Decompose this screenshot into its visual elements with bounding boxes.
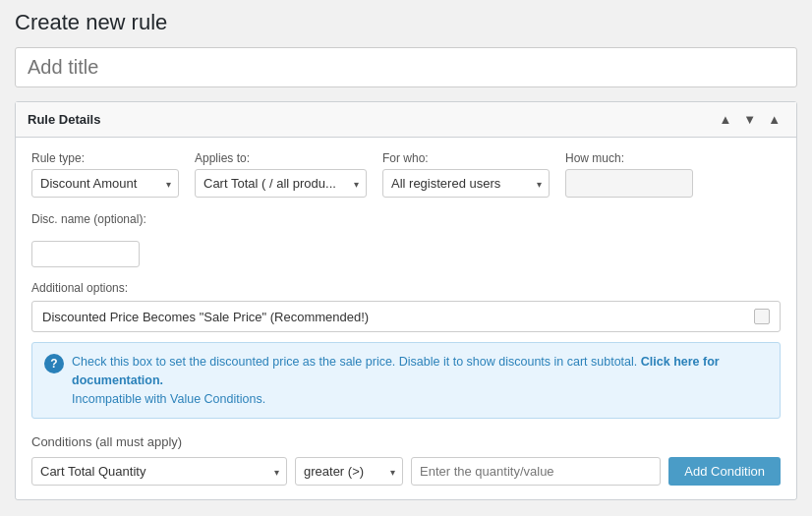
rule-details-card: Rule Details ▲ ▼ ▲ Rule type: Discount A… <box>15 101 797 500</box>
condition-type-select[interactable]: Cart Total Quantity Cart Subtotal User R… <box>31 457 287 486</box>
how-much-input[interactable] <box>565 169 693 198</box>
rule-type-select-wrapper: Discount Amount Percentage Discount Fixe… <box>31 169 179 198</box>
card-body: Rule type: Discount Amount Percentage Di… <box>16 138 796 499</box>
additional-options-label: Additional options: <box>31 281 781 295</box>
rule-title-input[interactable] <box>15 47 797 87</box>
rule-type-label: Rule type: <box>31 151 179 165</box>
info-text: Check this box to set the discounted pri… <box>72 353 768 408</box>
rule-type-select[interactable]: Discount Amount Percentage Discount Fixe… <box>31 169 179 198</box>
info-box: ? Check this box to set the discounted p… <box>31 342 781 419</box>
collapse-down-button[interactable]: ▼ <box>739 110 760 129</box>
disc-name-field: Disc. name (optional): <box>31 211 781 267</box>
applies-to-select-wrapper: Cart Total ( / all produ... Specific Pro… <box>195 169 367 198</box>
info-secondary-text: Incompatible with Value Conditions. <box>72 392 265 406</box>
page-title: Create new rule <box>15 10 797 35</box>
for-who-label: For who: <box>382 151 550 165</box>
disc-name-input[interactable] <box>31 241 140 267</box>
collapse-up-button[interactable]: ▲ <box>715 110 735 129</box>
card-header: Rule Details ▲ ▼ ▲ <box>16 102 796 138</box>
for-who-select[interactable]: All registered users Guest users All use… <box>382 169 550 198</box>
for-who-select-wrapper: All registered users Guest users All use… <box>382 169 550 198</box>
sale-price-checkbox[interactable] <box>754 309 770 324</box>
how-much-label: How much: <box>565 151 693 165</box>
operator-select[interactable]: greater (>) less (<) equal (=) greater o… <box>295 457 403 486</box>
how-much-group: How much: <box>565 151 693 198</box>
operator-select-wrapper: greater (>) less (<) equal (=) greater o… <box>295 457 403 486</box>
disc-name-label: Disc. name (optional): <box>31 212 146 226</box>
conditions-label: Conditions (all must apply) <box>31 434 781 449</box>
card-header-title: Rule Details <box>28 112 100 127</box>
condition-type-select-wrapper: Cart Total Quantity Cart Subtotal User R… <box>31 457 287 486</box>
collapse-button[interactable]: ▲ <box>764 110 784 129</box>
info-main-text: Check this box to set the discounted pri… <box>72 355 637 369</box>
rule-fields-row: Rule type: Discount Amount Percentage Di… <box>31 151 781 198</box>
rule-type-group: Rule type: Discount Amount Percentage Di… <box>31 151 179 198</box>
sale-price-label: Discounted Price Becomes "Sale Price" (R… <box>42 310 369 324</box>
add-condition-button[interactable]: Add Condition <box>668 457 781 486</box>
for-who-group: For who: All registered users Guest user… <box>382 151 550 198</box>
card-header-controls: ▲ ▼ ▲ <box>715 110 784 129</box>
sale-price-checkbox-row[interactable]: Discounted Price Becomes "Sale Price" (R… <box>31 301 781 332</box>
applies-to-select[interactable]: Cart Total ( / all produ... Specific Pro… <box>195 169 367 198</box>
info-icon: ? <box>44 354 64 373</box>
condition-value-input[interactable] <box>411 457 661 486</box>
conditions-row: Cart Total Quantity Cart Subtotal User R… <box>31 457 781 486</box>
applies-to-group: Applies to: Cart Total ( / all produ... … <box>195 151 367 198</box>
applies-to-label: Applies to: <box>195 151 367 165</box>
